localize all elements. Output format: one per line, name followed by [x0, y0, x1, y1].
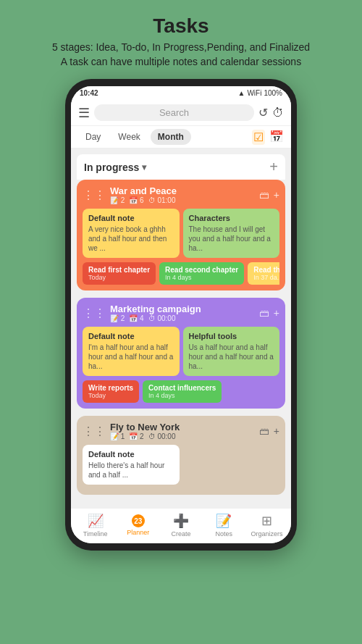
- note-text: The house and I will get you and a half …: [189, 225, 274, 253]
- wifi-icon: WiFi: [247, 89, 261, 97]
- view-tabs: Day Week Month ☑ 📅: [71, 126, 291, 149]
- add-to-task-icon[interactable]: +: [274, 189, 279, 201]
- menu-icon[interactable]: ☰: [78, 105, 90, 121]
- note-text: I'm a half hour and a half hour and a ha…: [88, 343, 174, 371]
- sessions-row: Write reports Today Contact influencers …: [83, 380, 279, 403]
- note-title: Default note: [88, 332, 174, 340]
- box-icon[interactable]: 🗃: [259, 425, 269, 437]
- notes-grid: Default note A very nice book a ghhh and…: [83, 209, 279, 258]
- task-meta: 📝 2 📅 6 ⏱ 01:00: [110, 196, 177, 204]
- phone-frame: 10:42 ▲ WiFi 100% ☰ Search ↺ ⏱ Day Week …: [65, 79, 297, 551]
- add-task-button[interactable]: +: [269, 159, 278, 175]
- refresh-icon[interactable]: ↺: [258, 106, 268, 120]
- task-card-header: ⋮⋮ Marketing campaign 📝 2 📅 4 ⏱ 00:00 🗃: [83, 304, 279, 322]
- session-chip-contact-influencers[interactable]: Contact influencers In 4 days: [143, 380, 222, 403]
- page-title: Tasks: [153, 14, 209, 38]
- bottom-nav: 📈 Timeline 23 Planner ➕ Create 📝 Notes ⊞…: [71, 508, 291, 543]
- add-to-task-icon[interactable]: +: [274, 307, 279, 319]
- task-title: War and Peace: [110, 185, 177, 196]
- tab-icons: ☑ 📅: [252, 130, 284, 145]
- tab-month[interactable]: Month: [151, 129, 191, 145]
- task-title: Marketing campaign: [110, 304, 201, 314]
- status-right: ▲ WiFi 100%: [238, 89, 282, 97]
- signal-icon: ▲: [238, 89, 245, 97]
- sessions-count: 📅 4: [129, 314, 143, 322]
- session-chip-read-third[interactable]: Read th... In 37 da...: [248, 262, 279, 285]
- tab-day[interactable]: Day: [78, 129, 108, 145]
- task-meta: 📝 2 📅 4 ⏱ 00:00: [110, 314, 201, 322]
- note-card-default: Default note Hello there's a half hour a…: [83, 445, 180, 485]
- session-sub: In 37 da...: [253, 274, 279, 281]
- sessions-count: 📅 6: [129, 196, 143, 204]
- nav-organizers[interactable]: ⊞ Organizers: [245, 513, 288, 538]
- timer-icon[interactable]: ⏱: [272, 106, 284, 120]
- drag-handle-icon: ⋮⋮: [83, 306, 106, 320]
- timeline-icon: 📈: [88, 513, 104, 529]
- note-card-characters: Characters The house and I will get you …: [183, 209, 280, 258]
- note-title: Default note: [88, 450, 174, 459]
- page-subtitle: 5 stages: Idea, To-do, In Progress,Pendi…: [45, 41, 317, 69]
- task-card-header: ⋮⋮ War and Peace 📝 2 📅 6 ⏱ 01:00 🗃: [83, 185, 279, 204]
- add-to-task-icon[interactable]: +: [274, 425, 279, 437]
- sessions-count: 📅 2: [129, 432, 143, 440]
- session-chip-read-first[interactable]: Read first chapter Today: [83, 262, 156, 285]
- session-title: Read th...: [253, 266, 279, 274]
- nav-notes[interactable]: 📝 Notes: [203, 513, 245, 538]
- dropdown-arrow-icon[interactable]: ▾: [142, 162, 146, 172]
- notes-icon: 📝: [216, 513, 232, 529]
- box-icon[interactable]: 🗃: [259, 189, 269, 201]
- status-bar: 10:42 ▲ WiFi 100%: [71, 86, 291, 100]
- session-title: Write reports: [88, 384, 133, 392]
- session-chip-read-second[interactable]: Read second chapter In 4 days: [159, 262, 244, 285]
- organizers-icon: ⊞: [261, 513, 272, 529]
- session-sub: Today: [88, 274, 150, 281]
- nav-create[interactable]: ➕ Create: [159, 513, 202, 538]
- create-icon: ➕: [173, 513, 189, 529]
- search-box[interactable]: Search: [94, 104, 254, 121]
- status-time: 10:42: [80, 89, 98, 97]
- tab-week[interactable]: Week: [111, 129, 147, 145]
- session-sub: In 4 days: [148, 392, 216, 399]
- session-chip-write-reports[interactable]: Write reports Today: [83, 380, 139, 403]
- session-title: Contact influencers: [148, 384, 216, 392]
- search-placeholder: Search: [159, 107, 189, 118]
- time-count: ⏱ 01:00: [148, 196, 176, 204]
- phone-screen: 10:42 ▲ WiFi 100% ☰ Search ↺ ⏱ Day Week …: [71, 86, 291, 543]
- box-icon[interactable]: 🗃: [259, 307, 269, 319]
- note-card-default: Default note I'm a half hour and a half …: [83, 327, 180, 376]
- time-count: ⏱ 00:00: [148, 432, 176, 440]
- calendar-grid-icon[interactable]: 📅: [269, 130, 284, 145]
- task-meta: 📝 1 📅 2 ⏱ 00:00: [110, 432, 180, 440]
- task-card-fly-to-new-york: ⋮⋮ Fly to New York 📝 1 📅 2 ⏱ 00:00 🗃: [77, 416, 285, 495]
- task-actions: 🗃 +: [259, 425, 279, 437]
- nav-label-planner: Planner: [127, 529, 149, 536]
- note-text: A very nice book a ghhh and a half hour …: [88, 225, 174, 253]
- nav-timeline[interactable]: 📈 Timeline: [74, 513, 117, 538]
- top-bar: ☰ Search ↺ ⏱: [71, 100, 291, 126]
- section-header: In progress ▾ +: [77, 154, 285, 180]
- note-title: Helpful tools: [189, 332, 274, 340]
- drag-handle-icon: ⋮⋮: [83, 425, 106, 438]
- task-actions: 🗃 +: [259, 307, 279, 319]
- task-actions: 🗃 +: [259, 189, 279, 201]
- planner-badge: 23: [132, 514, 145, 527]
- sessions-row: Read first chapter Today Read second cha…: [83, 262, 279, 285]
- session-title: Read first chapter: [88, 266, 150, 274]
- nav-label-create: Create: [172, 530, 191, 538]
- checklist-icon[interactable]: ☑: [252, 130, 265, 145]
- drag-handle-icon: ⋮⋮: [83, 188, 106, 202]
- battery-icon: 100%: [264, 89, 282, 97]
- top-icons: ↺ ⏱: [258, 106, 284, 120]
- section-title: In progress ▾: [84, 162, 146, 173]
- time-count: ⏱ 00:00: [148, 314, 176, 322]
- notes-count: 📝 2: [110, 196, 125, 204]
- nav-planner[interactable]: 23 Planner: [117, 514, 159, 536]
- task-title: Fly to New York: [110, 422, 180, 432]
- notes-count: 📝 2: [110, 314, 125, 322]
- note-card-helpful-tools: Helpful tools Us a half hour and a half …: [183, 327, 280, 376]
- nav-label-timeline: Timeline: [83, 530, 108, 538]
- content-area: In progress ▾ + ⋮⋮ War and Peace 📝 2 📅 6: [71, 149, 291, 508]
- note-card-default: Default note A very nice book a ghhh and…: [83, 209, 180, 258]
- nav-label-notes: Notes: [215, 530, 232, 538]
- notes-grid: Default note Hello there's a half hour a…: [83, 445, 279, 485]
